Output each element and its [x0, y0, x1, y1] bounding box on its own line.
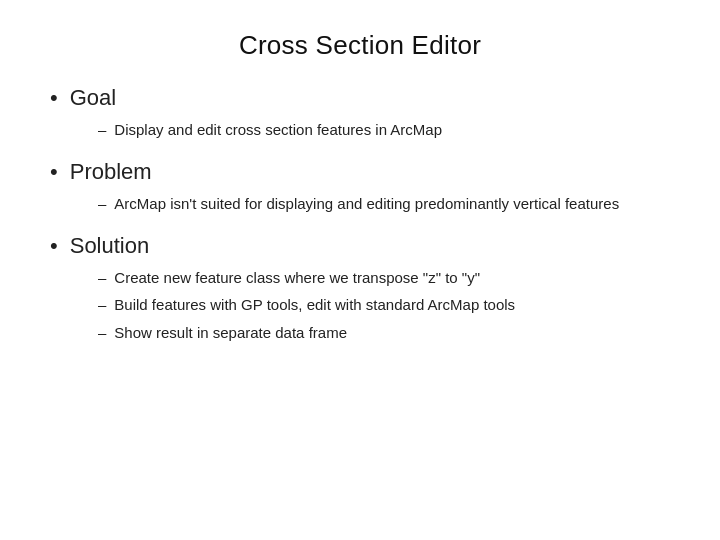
- sub-bullet-text-0-0: Display and edit cross section features …: [114, 119, 442, 141]
- slide: Cross Section Editor •Goal–Display and e…: [0, 0, 720, 540]
- sub-bullet-1-0: –ArcMap isn't suited for displaying and …: [98, 193, 670, 215]
- bullet-main-2: •Solution: [50, 233, 670, 259]
- sub-bullets-1: –ArcMap isn't suited for displaying and …: [98, 193, 670, 215]
- sub-dash-2-2: –: [98, 324, 106, 341]
- bullet-section-1: •Problem–ArcMap isn't suited for display…: [50, 159, 670, 215]
- sub-dash-0-0: –: [98, 121, 106, 138]
- sub-bullet-text-2-0: Create new feature class where we transp…: [114, 267, 480, 289]
- bullet-main-0: •Goal: [50, 85, 670, 111]
- sub-dash-2-0: –: [98, 269, 106, 286]
- bullet-dot-0: •: [50, 87, 58, 109]
- bullet-label-0: Goal: [70, 85, 116, 111]
- sub-bullet-2-0: –Create new feature class where we trans…: [98, 267, 670, 289]
- sub-bullets-2: –Create new feature class where we trans…: [98, 267, 670, 344]
- sub-bullet-text-2-2: Show result in separate data frame: [114, 322, 347, 344]
- bullet-dot-1: •: [50, 161, 58, 183]
- sub-bullet-2-1: –Build features with GP tools, edit with…: [98, 294, 670, 316]
- bullet-label-2: Solution: [70, 233, 150, 259]
- sub-bullet-0-0: –Display and edit cross section features…: [98, 119, 670, 141]
- sub-dash-1-0: –: [98, 195, 106, 212]
- sub-bullets-0: –Display and edit cross section features…: [98, 119, 670, 141]
- bullet-section-0: •Goal–Display and edit cross section fea…: [50, 85, 670, 141]
- slide-title: Cross Section Editor: [50, 30, 670, 61]
- bullet-label-1: Problem: [70, 159, 152, 185]
- sub-dash-2-1: –: [98, 296, 106, 313]
- sub-bullet-2-2: –Show result in separate data frame: [98, 322, 670, 344]
- bullet-section-2: •Solution–Create new feature class where…: [50, 233, 670, 344]
- sub-bullet-text-2-1: Build features with GP tools, edit with …: [114, 294, 515, 316]
- bullet-main-1: •Problem: [50, 159, 670, 185]
- sub-bullet-text-1-0: ArcMap isn't suited for displaying and e…: [114, 193, 619, 215]
- bullet-dot-2: •: [50, 235, 58, 257]
